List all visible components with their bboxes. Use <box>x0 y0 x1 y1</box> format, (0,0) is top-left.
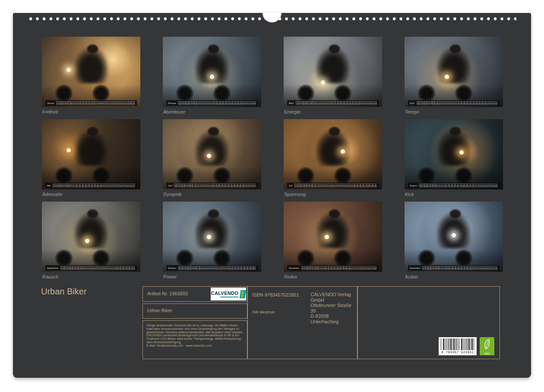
calendar-strip: Juli 12345678910111213141516171819202122… <box>287 183 379 188</box>
eco-logo: eco <box>480 337 494 355</box>
publisher-address: CALVENDO Verlag GmbH Ottobrunner Straße … <box>310 292 357 324</box>
month-photo: Oktober 12345678910111213141516171819202… <box>163 202 261 272</box>
eco-label: eco <box>480 352 494 355</box>
month-caption: Action <box>405 274 503 280</box>
month-photo: Juni 12345678910111213141516171819202122… <box>163 119 261 190</box>
month-photo: November 1234567891011121314151617181920… <box>284 202 382 272</box>
month-thumbnail: April 1234567891011121314151617181920212… <box>405 37 503 119</box>
strip-month-label: Mai <box>47 184 51 187</box>
month-photo: August 123456789101112131415161718192021… <box>405 119 503 190</box>
leaf-icon <box>482 338 492 351</box>
strip-day-cells: 1234567891011121314151617181920212223242… <box>178 101 256 105</box>
calendar-strip: Mai 123456789101112131415161718192021222… <box>45 183 137 188</box>
artikel-number: Artikel-Nr. 1965893 <box>147 291 188 296</box>
strip-month-label: April <box>410 102 414 104</box>
photo-vignette <box>42 119 140 190</box>
months-grid: Januar 123456789101112131415161718192021… <box>42 37 503 284</box>
calendar-strip: Dezember 1234567891011121314151617181920… <box>408 265 500 271</box>
photo-vignette <box>405 119 503 190</box>
strip-month-label: September <box>47 267 58 269</box>
strip-day-cells: 1234567891011121314151617181920212223242… <box>419 183 498 187</box>
month-photo: März 12345678910111213141516171819202122… <box>284 37 382 107</box>
month-thumbnail: September 123456789101112131415161718192… <box>42 202 140 284</box>
strip-day-cells: 1234567891011121314151617181920212223242… <box>60 266 135 270</box>
photo-vignette <box>405 202 503 272</box>
strip-day-cells: 1234567891011121314151617181920212223242… <box>416 101 498 105</box>
legal-paragraph-2: CALVENDO produziert bedarfsgerecht und k… <box>146 334 244 344</box>
calendar-strip: Juni 12345678910111213141516171819202122… <box>166 183 258 188</box>
barcode-box: 9 783457 522851 eco <box>357 286 500 359</box>
strip-month-label: November <box>289 267 300 269</box>
month-photo: Februar 12345678910111213141516171819202… <box>163 37 261 107</box>
strip-month-label: August <box>410 184 417 187</box>
month-thumbnail: Juli 12345678910111213141516171819202122… <box>284 119 382 202</box>
isbn-number: ISBN 9783457522851 <box>252 292 299 297</box>
calvendo-logo: CALVENDO <box>211 288 246 300</box>
month-caption: Rausch <box>42 274 140 280</box>
month-photo: Dezember 1234567891011121314151617181920… <box>405 202 503 272</box>
calendar-back-board: Januar 123456789101112131415161718192021… <box>13 13 531 378</box>
strip-day-cells: 1234567891011121314151617181920212223242… <box>301 266 377 270</box>
calendar-strip: März 12345678910111213141516171819202122… <box>287 100 379 106</box>
calendar-strip: Januar 123456789101112131415161718192021… <box>45 100 137 106</box>
photo-vignette <box>42 202 140 272</box>
publisher-name: CALVENDO Verlag GmbH <box>310 292 357 303</box>
month-thumbnail: Dezember 1234567891011121314151617181920… <box>405 202 503 284</box>
artikel-box: Artikel-Nr. 1965893 CALVENDO <box>142 286 247 302</box>
subtitle-box: Urban Biker <box>142 303 247 319</box>
month-thumbnail: Juni 12345678910111213141516171819202122… <box>163 119 261 202</box>
strip-month-label: Juli <box>289 184 292 187</box>
strip-month-label: Oktober <box>168 267 176 269</box>
strip-day-cells: 1234567891011121314151617181920212223242… <box>294 183 377 187</box>
legal-email-line: E-Mail: info@calvendo.com · www.calvendo… <box>146 344 244 348</box>
strip-month-label: Januar <box>47 102 54 104</box>
page-title: Urban Biker <box>41 287 87 297</box>
publisher-street: Ottobrunner Straße 39 <box>310 303 357 313</box>
month-caption: Dynamik <box>163 191 261 197</box>
month-caption: Spannung <box>284 191 382 197</box>
month-thumbnail: Mai 123456789101112131415161718192021222… <box>42 119 140 202</box>
photo-vignette <box>42 37 140 107</box>
calvendo-logo-name: CALVENDO <box>211 291 238 296</box>
photo-vignette <box>284 202 382 272</box>
ean-barcode: 9 783457 522851 <box>439 337 477 355</box>
month-thumbnail: Januar 123456789101112131415161718192021… <box>42 37 140 119</box>
month-caption: Tempo <box>405 109 503 115</box>
month-thumbnail: Oktober 12345678910111213141516171819202… <box>163 202 261 284</box>
calendar-strip: September 123456789101112131415161718192… <box>45 265 137 271</box>
strip-day-cells: 1234567891011121314151617181920212223242… <box>174 183 256 187</box>
month-caption: Power <box>163 274 261 280</box>
photo-vignette <box>284 119 382 190</box>
month-thumbnail: März 12345678910111213141516171819202122… <box>284 37 382 119</box>
strip-month-label: Dezember <box>410 267 421 269</box>
barcode-digits: 9 783457 522851 <box>441 351 474 354</box>
strip-month-label: Februar <box>168 102 176 104</box>
photo-vignette <box>405 37 503 107</box>
calendar-strip: Februar 12345678910111213141516171819202… <box>166 100 258 106</box>
month-photo: April 1234567891011121314151617181920212… <box>405 37 503 107</box>
calvendo-book-icon <box>240 290 247 298</box>
month-caption: Energie <box>284 109 382 115</box>
month-photo: Januar 123456789101112131415161718192021… <box>42 37 140 107</box>
month-photo: Juli 12345678910111213141516171819202122… <box>284 119 382 190</box>
author-name: Dirk Meutzner <box>252 310 275 314</box>
month-caption: Freiheit <box>42 109 140 115</box>
month-caption: Adrenalin <box>42 191 140 197</box>
calendar-strip: November 1234567891011121314151617181920… <box>287 265 379 271</box>
photo-vignette <box>163 119 261 190</box>
strip-day-cells: 1234567891011121314151617181920212223242… <box>56 101 136 105</box>
legal-box: Infolge bestehender Schutzrechte ist es … <box>142 320 247 359</box>
calvendo-logo-tagline <box>220 297 238 298</box>
photo-vignette <box>284 37 382 107</box>
photo-vignette <box>163 37 261 107</box>
month-photo: September 123456789101112131415161718192… <box>42 202 140 272</box>
legal-paragraph-1: Infolge bestehender Schutzrechte ist es … <box>146 324 244 334</box>
month-caption: Kick <box>405 191 503 197</box>
calvendo-logo-text: CALVENDO <box>211 291 238 297</box>
strip-day-cells: 1234567891011121314151617181920212223242… <box>296 101 377 105</box>
strip-month-label: Juni <box>168 184 172 187</box>
calendar-strip: April 1234567891011121314151617181920212… <box>408 100 500 106</box>
barcode-bars <box>441 338 474 350</box>
calendar-subtitle: Urban Biker <box>147 308 172 313</box>
month-thumbnail: Februar 12345678910111213141516171819202… <box>163 37 261 119</box>
